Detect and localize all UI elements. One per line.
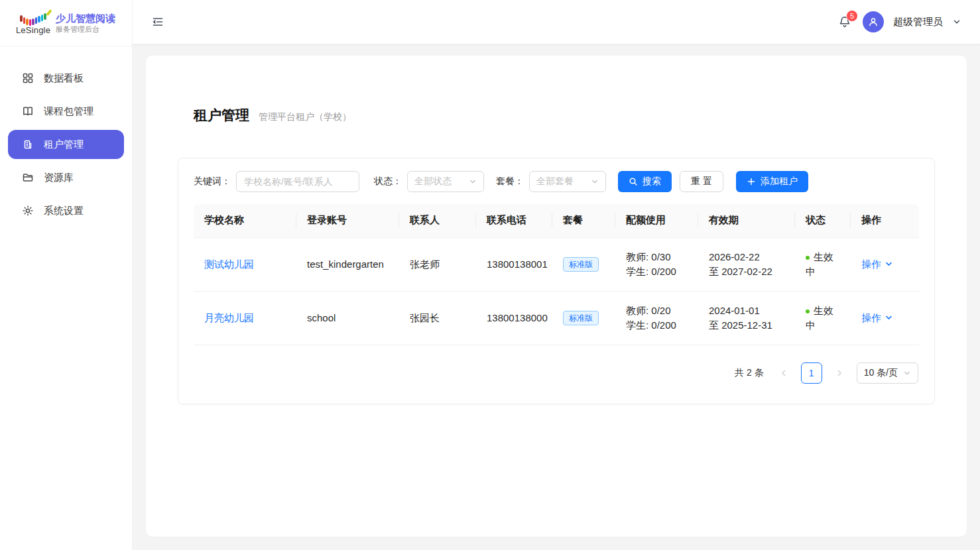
login-account: test_kindergarten	[296, 237, 399, 291]
main-content: 租户管理 管理平台租户（学校） 关键词： 状态： 全部状态 套餐： 全部套餐	[133, 44, 980, 550]
pagination-next-icon[interactable]	[830, 364, 849, 382]
filter-bar: 关键词： 状态： 全部状态 套餐： 全部套餐 搜索	[194, 171, 919, 192]
col-phone: 联系电话	[476, 204, 552, 237]
col-package: 套餐	[552, 204, 615, 237]
col-status: 状态	[795, 204, 851, 237]
col-contact: 联系人	[399, 204, 476, 237]
pagination-prev-icon[interactable]	[774, 364, 793, 382]
chevron-down-icon	[885, 313, 893, 322]
user-chevron-down-icon[interactable]	[952, 17, 961, 27]
col-quota: 配额使用	[615, 204, 698, 237]
status-dot	[806, 309, 810, 313]
col-login-account: 登录账号	[296, 204, 399, 237]
row-actions-dropdown[interactable]: 操作	[861, 257, 893, 272]
sidebar-item-label: 数据看板	[44, 72, 84, 85]
sidebar-item-tenants[interactable]: 租户管理	[8, 130, 124, 159]
table-header: 学校名称 登录账号 联系人 联系电话 套餐 配额使用 有效期 状态 操作	[194, 204, 919, 237]
sidebar-item-dashboard[interactable]: 数据看板	[8, 64, 124, 93]
brand-title: 少儿智慧阅读	[56, 12, 115, 25]
chevron-down-icon	[903, 369, 911, 377]
contact-name: 张园长	[399, 291, 476, 345]
avatar[interactable]	[863, 11, 884, 32]
brand-subtitle: 服务管理后台	[56, 25, 115, 34]
status-dot	[806, 256, 810, 260]
sidebar-menu: 数据看板 课程包管理 租户管理	[0, 46, 132, 225]
pagination-total: 共 2 条	[735, 367, 764, 379]
menu-fold-icon[interactable]	[149, 13, 167, 31]
package-label: 套餐：	[496, 176, 524, 188]
sidebar: LeSingle 少儿智慧阅读 服务管理后台 数据看板 课程包	[0, 0, 133, 550]
tenant-table: 学校名称 登录账号 联系人 联系电话 套餐 配额使用 有效期 状态 操作 测试幼…	[194, 204, 919, 345]
package-tag: 标准版	[563, 311, 599, 325]
status-cell: 生效中	[795, 237, 851, 291]
keyword-label: 关键词：	[194, 176, 231, 188]
pagination-page-1[interactable]: 1	[801, 362, 822, 384]
search-button[interactable]: 搜索	[618, 171, 672, 192]
chevron-down-icon	[885, 260, 893, 268]
package-select[interactable]: 全部套餐	[529, 171, 606, 192]
add-tenant-button[interactable]: 添加租户	[736, 171, 808, 192]
sidebar-item-settings[interactable]: 系统设置	[8, 196, 124, 225]
sidebar-item-label: 系统设置	[44, 205, 84, 217]
current-user-name[interactable]: 超级管理员	[893, 16, 943, 28]
page-header: 租户管理 管理平台租户（学校）	[178, 106, 935, 125]
gear-icon	[21, 204, 34, 217]
tenant-panel: 关键词： 状态： 全部状态 套餐： 全部套餐 搜索	[178, 158, 935, 404]
chevron-down-icon	[591, 178, 599, 186]
top-header: 5 超级管理员	[133, 0, 980, 44]
building-icon	[21, 138, 34, 151]
brand-name: LeSingle	[16, 25, 50, 35]
dashboard-icon	[21, 72, 34, 85]
status-select[interactable]: 全部状态	[407, 171, 484, 192]
package-tag: 标准版	[563, 257, 599, 272]
page-size-value: 10 条/页	[864, 367, 898, 379]
table-row: 测试幼儿园 test_kindergarten 张老师 13800138001 …	[194, 237, 919, 291]
sidebar-item-label: 资源库	[44, 172, 74, 184]
notification-badge: 5	[846, 10, 858, 22]
status-select-value: 全部状态	[414, 176, 452, 188]
reset-button[interactable]: 重 置	[680, 171, 723, 192]
chevron-down-icon	[469, 178, 477, 186]
table-row: 月亮幼儿园 school 张园长 13800138000 标准版 教师: 0/2…	[194, 291, 919, 345]
col-school-name: 学校名称	[194, 204, 296, 237]
validity-cell: 2026-02-22 至 2027-02-22	[698, 237, 795, 291]
folder-icon	[21, 171, 34, 184]
package-select-value: 全部套餐	[536, 176, 574, 188]
school-name-link[interactable]: 月亮幼儿园	[204, 312, 254, 323]
status-badge: 生效中	[806, 305, 833, 331]
contact-phone: 13800138001	[476, 237, 552, 291]
page-card: 租户管理 管理平台租户（学校） 关键词： 状态： 全部状态 套餐： 全部套餐	[146, 56, 967, 537]
page-subtitle: 管理平台租户（学校）	[259, 111, 351, 123]
page-size-select[interactable]: 10 条/页	[857, 362, 918, 384]
keyword-input[interactable]	[236, 171, 359, 192]
sidebar-item-label: 课程包管理	[44, 105, 93, 118]
validity-cell: 2024-01-01 至 2025-12-31	[698, 291, 795, 345]
logo-area: LeSingle 少儿智慧阅读 服务管理后台	[0, 0, 132, 46]
book-icon	[21, 105, 34, 118]
quota-cell: 教师: 0/20 学生: 0/200	[615, 291, 698, 345]
notification-bell-icon[interactable]: 5	[836, 13, 853, 30]
sidebar-item-resources[interactable]: 资源库	[8, 163, 124, 192]
status-badge: 生效中	[806, 251, 833, 277]
quota-cell: 教师: 0/30 学生: 0/200	[615, 237, 698, 291]
row-actions-dropdown[interactable]: 操作	[861, 311, 893, 325]
page-title: 租户管理	[194, 106, 249, 125]
contact-phone: 13800138000	[476, 291, 552, 345]
contact-name: 张老师	[399, 237, 476, 291]
col-actions: 操作	[851, 204, 919, 237]
pagination: 共 2 条 1 10 条/页	[194, 362, 918, 384]
plus-icon	[747, 177, 756, 186]
login-account: school	[296, 291, 399, 345]
col-validity: 有效期	[698, 204, 795, 237]
sidebar-item-course-packages[interactable]: 课程包管理	[8, 97, 124, 126]
status-label: 状态：	[374, 176, 402, 188]
search-icon	[629, 177, 638, 186]
brand-logo-icon: LeSingle	[17, 11, 49, 35]
status-cell: 生效中	[795, 291, 851, 345]
school-name-link[interactable]: 测试幼儿园	[204, 258, 254, 270]
sidebar-item-label: 租户管理	[44, 138, 84, 151]
